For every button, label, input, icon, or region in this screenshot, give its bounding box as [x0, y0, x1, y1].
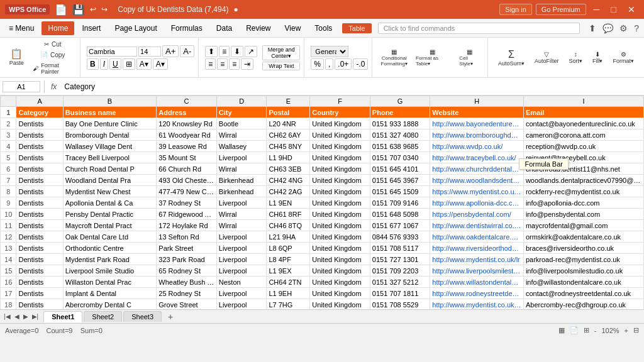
- cell-10-C[interactable]: 67 Ridgewood Ave: [157, 209, 217, 220]
- minimize-button[interactable]: ─: [590, 3, 604, 16]
- align-center-button[interactable]: ≡: [217, 58, 228, 70]
- last-sheet-button[interactable]: ▶|: [31, 313, 40, 320]
- cell-6-F[interactable]: United Kingdom: [310, 163, 370, 175]
- cell-10-F[interactable]: United Kingdom: [310, 209, 370, 220]
- font-family-input[interactable]: [87, 47, 137, 57]
- cell-13-C[interactable]: Park Street: [157, 243, 217, 254]
- cell-12-H[interactable]: http://www.oakdentalcare.co.u: [430, 231, 524, 243]
- save-icon[interactable]: 💾: [72, 4, 85, 16]
- cell-12-B[interactable]: Oak Dental Care Ltd: [63, 231, 157, 243]
- cell-1-b[interactable]: Business name ▾: [63, 107, 157, 118]
- cell-17-I[interactable]: contact@rodneystreetdental.co.uk: [523, 288, 643, 299]
- menu-page-layout[interactable]: Page Layout: [108, 21, 163, 35]
- command-search[interactable]: Click to find commands: [378, 23, 580, 34]
- cell-11-F[interactable]: United Kingdom: [310, 220, 370, 231]
- menu-tools[interactable]: Tools: [308, 21, 338, 35]
- cell-9-A[interactable]: Dentists: [16, 197, 63, 209]
- format-as-table-button[interactable]: ▦ Format as Table▾: [412, 47, 453, 68]
- view-layout-icon[interactable]: ⊞: [584, 326, 589, 334]
- cell-2-E[interactable]: L20 4NR: [267, 118, 310, 129]
- cell-16-I[interactable]: info@willastondentalcare.co.uk: [523, 277, 643, 288]
- cell-18-H[interactable]: http://www.mydentist.co.uk/lir: [430, 299, 524, 310]
- cell-10-A[interactable]: Dentists: [16, 209, 63, 220]
- align-top-button[interactable]: ⬆: [205, 46, 218, 57]
- number-format-select[interactable]: General Number Currency Date: [311, 46, 348, 57]
- cell-15-F[interactable]: United Kingdom: [310, 265, 370, 277]
- cell-15-D[interactable]: Liverpool: [216, 265, 267, 277]
- cell-3-E[interactable]: CH62 6AY: [267, 129, 310, 141]
- cell-11-E[interactable]: CH46 8TQ: [267, 220, 310, 231]
- cell-11-D[interactable]: Wirral: [216, 220, 267, 231]
- col-header-a[interactable]: A: [16, 96, 63, 107]
- cell-1-h[interactable]: Website ▾: [430, 107, 524, 118]
- help-icon[interactable]: ?: [631, 23, 641, 33]
- cell-16-A[interactable]: Dentists: [16, 277, 63, 288]
- cell-style-button[interactable]: ▦ Cell Style▾: [455, 47, 484, 68]
- cell-4-H[interactable]: http://www.wvdp.co.uk/: [430, 141, 524, 152]
- side-panel-icon[interactable]: ⊟: [633, 326, 639, 334]
- cell-3-A[interactable]: Dentists: [16, 129, 63, 141]
- cell-17-G[interactable]: 0151 707 1811: [370, 288, 430, 299]
- align-left-button[interactable]: ≡: [205, 58, 216, 70]
- cell-7-E[interactable]: CH42 4NG: [267, 175, 310, 186]
- sheet2-tab[interactable]: Sheet2: [84, 311, 122, 322]
- cell-1-a[interactable]: Category ▾: [16, 107, 63, 118]
- formula-input[interactable]: [62, 81, 641, 92]
- cell-1-i[interactable]: Email ▾: [523, 107, 643, 118]
- cell-14-C[interactable]: 323 Park Road: [157, 254, 217, 265]
- menu-home[interactable]: Home: [42, 21, 74, 35]
- cell-18-G[interactable]: 0151 708 5529: [370, 299, 430, 310]
- cell-2-B[interactable]: Bay One Denture Clinic: [63, 118, 157, 129]
- cell-14-I[interactable]: parkroad-rec@mydentist.co.uk: [523, 254, 643, 265]
- decrease-decimal-button[interactable]: -.0: [353, 58, 368, 70]
- cell-1-e[interactable]: Postal ▾: [267, 107, 310, 118]
- scroll-area[interactable]: A B C D E F G H I 1 Category ▾ Business …: [0, 96, 644, 309]
- wps-logo[interactable]: WPS Office: [5, 4, 50, 14]
- cell-17-B[interactable]: Implant & Dental: [63, 288, 157, 299]
- cell-7-B[interactable]: Woodland Dental Pra: [63, 175, 157, 186]
- cell-5-E[interactable]: L1 9HD: [267, 152, 310, 163]
- cell-13-D[interactable]: Liverpool: [216, 243, 267, 254]
- cell-11-A[interactable]: Dentists: [16, 220, 63, 231]
- zoom-in-button[interactable]: +: [625, 327, 628, 334]
- menu-insert[interactable]: Insert: [75, 21, 107, 35]
- cell-14-B[interactable]: Mydentist Park Road: [63, 254, 157, 265]
- cell-17-E[interactable]: L1 9EH: [267, 288, 310, 299]
- cell-4-D[interactable]: Wallasey: [216, 141, 267, 152]
- cell-5-D[interactable]: Liverpool: [216, 152, 267, 163]
- cell-4-B[interactable]: Wallasey Village Dent: [63, 141, 157, 152]
- sheet3-tab[interactable]: Sheet3: [123, 311, 162, 322]
- cell-9-E[interactable]: L1 9EN: [267, 197, 310, 209]
- cell-2-A[interactable]: Dentists: [16, 118, 63, 129]
- cell-12-D[interactable]: Liverpool: [216, 231, 267, 243]
- cell-12-F[interactable]: United Kingdom: [310, 231, 370, 243]
- cell-3-G[interactable]: 0151 327 4080: [370, 129, 430, 141]
- premium-button[interactable]: Go Premium: [536, 4, 586, 15]
- cell-12-E[interactable]: L21 9HA: [267, 231, 310, 243]
- cell-8-E[interactable]: CH42 2AG: [267, 186, 310, 197]
- cell-2-C[interactable]: 120 Knowsley Rd: [157, 118, 217, 129]
- cell-16-B[interactable]: Willaston Dental Prac: [63, 277, 157, 288]
- cell-reference-input[interactable]: [3, 81, 40, 92]
- sheet1-tab[interactable]: Sheet1: [43, 311, 82, 322]
- cell-18-C[interactable]: Grove Street: [157, 299, 217, 310]
- cell-14-E[interactable]: L8 4PF: [267, 254, 310, 265]
- cell-15-B[interactable]: Liverpool Smile Studio: [63, 265, 157, 277]
- paste-button[interactable]: 📋 Paste: [6, 48, 26, 67]
- fill-button[interactable]: ⬇ Fill▾: [589, 50, 607, 65]
- filter-button[interactable]: ▽ AutoFilter: [531, 50, 563, 65]
- cell-12-A[interactable]: Dentists: [16, 231, 63, 243]
- font-color-button[interactable]: A▾: [153, 58, 168, 70]
- cell-15-H[interactable]: http://www.liverpoolsmilestudie: [430, 265, 524, 277]
- cell-6-G[interactable]: 0151 645 4101: [370, 163, 430, 175]
- cell-14-F[interactable]: United Kingdom: [310, 254, 370, 265]
- cell-6-C[interactable]: 66 Church Rd: [157, 163, 217, 175]
- cell-5-G[interactable]: 0151 707 0340: [370, 152, 430, 163]
- cell-17-H[interactable]: http://www.rodneystreetdental: [430, 288, 524, 299]
- menu-review[interactable]: Review: [240, 21, 277, 35]
- cell-18-E[interactable]: L7 7HG: [267, 299, 310, 310]
- align-middle-button[interactable]: ≡: [219, 46, 230, 57]
- cell-13-A[interactable]: Dentists: [16, 243, 63, 254]
- cell-17-D[interactable]: Liverpool: [216, 288, 267, 299]
- cell-12-C[interactable]: 13 Sefton Rd: [157, 231, 217, 243]
